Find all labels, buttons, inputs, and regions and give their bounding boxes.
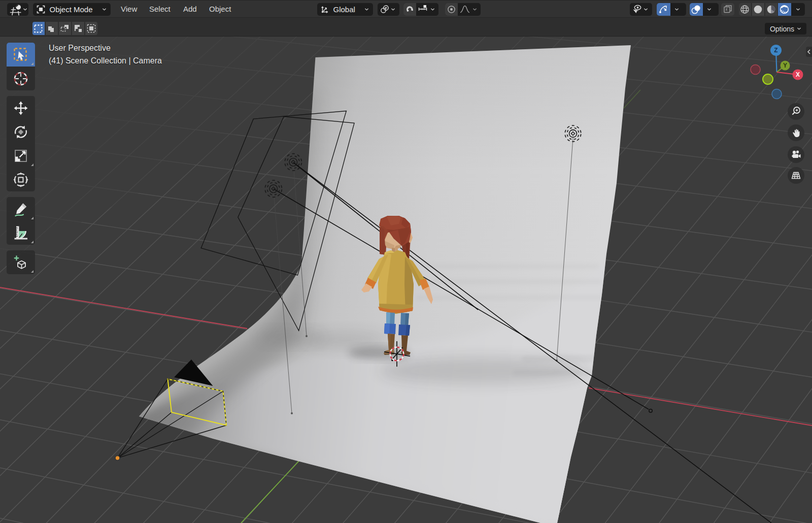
svg-text:Y: Y <box>783 62 787 69</box>
svg-text:X: X <box>796 71 800 78</box>
svg-text:Z: Z <box>774 47 777 54</box>
